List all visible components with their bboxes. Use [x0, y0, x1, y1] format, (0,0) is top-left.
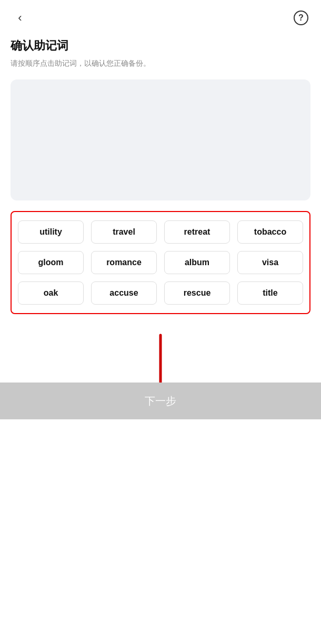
word-grid-container: utilitytravelretreattobaccogloomromancea… [11, 211, 310, 314]
word-chip[interactable]: oak [18, 281, 84, 305]
help-icon: ? [294, 11, 308, 25]
help-button[interactable]: ? [292, 8, 310, 27]
word-chip[interactable]: travel [91, 220, 157, 244]
next-button-label: 下一步 [145, 394, 176, 408]
word-chip[interactable]: visa [237, 251, 303, 274]
word-chip[interactable]: album [164, 251, 230, 274]
word-chip[interactable]: title [237, 281, 303, 305]
back-button[interactable]: ‹ [11, 8, 29, 27]
word-chip[interactable]: tobacco [237, 220, 303, 244]
page-title: 确认助记词 [11, 38, 310, 54]
bottom-area: 下一步 [0, 330, 321, 419]
word-chip[interactable]: rescue [164, 281, 230, 305]
header: ‹ ? [0, 0, 321, 33]
word-chip[interactable]: romance [91, 251, 157, 274]
word-chip[interactable]: utility [18, 220, 84, 244]
mnemonic-display-area [11, 79, 310, 200]
page-content: 确认助记词 请按顺序点击助记词，以确认您正确备份。 utilitytravelr… [0, 33, 321, 419]
next-button[interactable]: 下一步 [0, 383, 321, 419]
page-subtitle: 请按顺序点击助记词，以确认您正确备份。 [11, 58, 310, 69]
back-icon: ‹ [18, 11, 22, 25]
word-chip[interactable]: gloom [18, 251, 84, 274]
word-grid: utilitytravelretreattobaccogloomromancea… [18, 220, 303, 305]
word-chip[interactable]: accuse [91, 281, 157, 305]
word-chip[interactable]: retreat [164, 220, 230, 244]
